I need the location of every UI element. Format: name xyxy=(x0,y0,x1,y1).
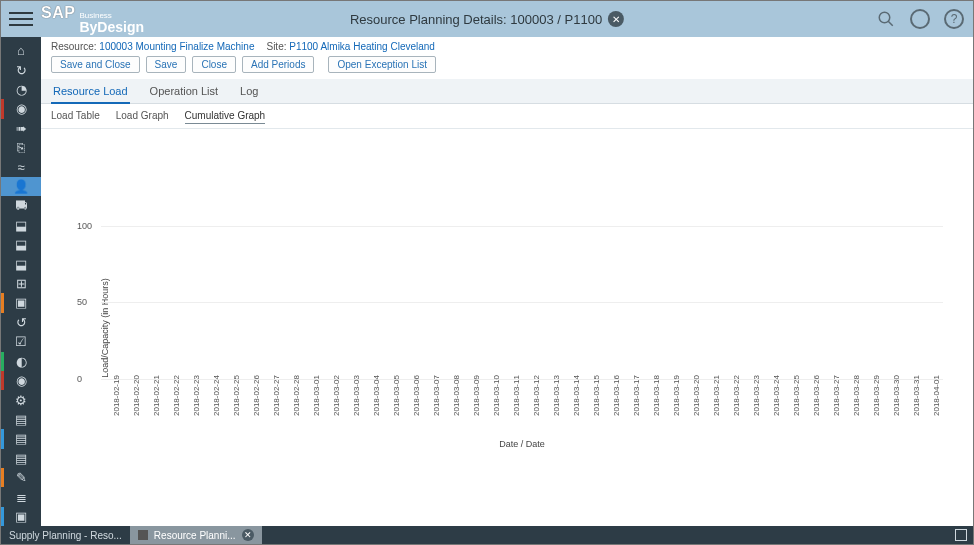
secondary-tabs: Load Table Load Graph Cumulative Graph xyxy=(41,104,973,129)
svg-line-1 xyxy=(888,21,893,26)
sidebar-item-8[interactable]: ⛟ xyxy=(1,196,41,215)
ytick: 100 xyxy=(77,221,92,231)
logo: SAP Business ByDesign xyxy=(41,4,144,34)
add-periods-button[interactable]: Add Periods xyxy=(242,56,314,73)
sidebar-item-4[interactable]: ➠ xyxy=(1,119,41,138)
ytick: 0 xyxy=(77,374,82,384)
sidebar-item-0[interactable]: ⌂ xyxy=(1,41,41,60)
tab-resource-load[interactable]: Resource Load xyxy=(51,79,130,104)
logo-brand: SAP xyxy=(41,4,75,22)
save-and-close-button[interactable]: Save and Close xyxy=(51,56,140,73)
sidebar-item-18[interactable]: ⚙ xyxy=(1,390,41,409)
tab-operation-list[interactable]: Operation List xyxy=(148,79,220,103)
save-button[interactable]: Save xyxy=(146,56,187,73)
subtab-cumulative-graph[interactable]: Cumulative Graph xyxy=(185,110,266,124)
close-button[interactable]: Close xyxy=(192,56,236,73)
chart-xaxis: 2018-02-192018-02-202018-02-212018-02-22… xyxy=(101,379,943,433)
sidebar-item-12[interactable]: ⊞ xyxy=(1,274,41,293)
help-icon[interactable]: ? xyxy=(943,8,965,30)
sidebar-item-23[interactable]: ≣ xyxy=(1,487,41,506)
ytick: 50 xyxy=(77,297,87,307)
page-title: Resource Planning Details: 100003 / P110… xyxy=(350,12,602,27)
sidebar-item-16[interactable]: ◐ xyxy=(1,352,41,371)
sidebar-item-1[interactable]: ↻ xyxy=(1,60,41,79)
sidebar-item-7[interactable]: 👤 xyxy=(1,177,41,196)
sidebar-item-17[interactable]: ◉ xyxy=(1,371,41,390)
sidebar-item-10[interactable]: ⬓ xyxy=(1,235,41,254)
statusbar-window-icon[interactable] xyxy=(955,529,967,541)
menu-icon[interactable] xyxy=(9,7,33,31)
sidebar-item-15[interactable]: ☑ xyxy=(1,332,41,351)
tab-log[interactable]: Log xyxy=(238,79,260,103)
open-exception-list-button[interactable]: Open Exception List xyxy=(328,56,436,73)
site-label: Site: xyxy=(266,41,286,52)
sidebar-item-20[interactable]: ▤ xyxy=(1,429,41,448)
primary-tabs: Resource Load Operation List Log xyxy=(41,79,973,104)
chart-plot: 050100 xyxy=(101,149,943,379)
sidebar-item-21[interactable]: ▤ xyxy=(1,449,41,468)
search-icon[interactable] xyxy=(875,8,897,30)
chart-area: Load/Capacity (in Hours) 050100 2018-02-… xyxy=(41,129,973,526)
sidebar-item-14[interactable]: ↺ xyxy=(1,313,41,332)
xtick: 2018-04-01 xyxy=(932,398,974,416)
sidebar-item-9[interactable]: ⬓ xyxy=(1,216,41,235)
subtab-load-graph[interactable]: Load Graph xyxy=(116,110,169,124)
sidebar-item-6[interactable]: ≈ xyxy=(1,157,41,176)
status-bar: Supply Planning - Reso... Resource Plann… xyxy=(1,526,973,544)
sidebar-item-3[interactable]: ◉ xyxy=(1,99,41,118)
user-avatar[interactable] xyxy=(909,8,931,30)
top-bar: SAP Business ByDesign Resource Planning … xyxy=(1,1,973,37)
statusbar-tab-2[interactable]: Resource Planni... ✕ xyxy=(130,526,262,544)
svg-point-0 xyxy=(879,12,890,23)
statusbar-tab-1[interactable]: Supply Planning - Reso... xyxy=(1,526,130,544)
sidebar-item-13[interactable]: ▣ xyxy=(1,293,41,312)
sidebar: ⌂↻◔◉➠⎘≈👤⛟⬓⬓⬓⊞▣↺☑◐◉⚙▤▤▤✎≣▣ xyxy=(1,37,41,526)
sidebar-item-22[interactable]: ✎ xyxy=(1,468,41,487)
subtab-load-table[interactable]: Load Table xyxy=(51,110,100,124)
sidebar-item-19[interactable]: ▤ xyxy=(1,410,41,429)
sidebar-item-2[interactable]: ◔ xyxy=(1,80,41,99)
logo-text: ByDesign xyxy=(79,20,144,34)
sidebar-item-11[interactable]: ⬓ xyxy=(1,254,41,273)
resource-label: Resource: xyxy=(51,41,97,52)
resource-link[interactable]: 100003 Mounting Finalize Machine xyxy=(99,41,254,52)
site-link[interactable]: P1100 Almika Heating Cleveland xyxy=(289,41,435,52)
sidebar-item-24[interactable]: ▣ xyxy=(1,507,41,526)
chart-xlabel: Date / Date xyxy=(101,439,943,449)
sidebar-item-5[interactable]: ⎘ xyxy=(1,138,41,157)
statusbar-close-icon[interactable]: ✕ xyxy=(242,529,254,541)
page-title-wrap: Resource Planning Details: 100003 / P110… xyxy=(350,11,624,27)
info-row: Resource: 100003 Mounting Finalize Machi… xyxy=(41,37,973,54)
close-page-icon[interactable]: ✕ xyxy=(608,11,624,27)
main-content: Resource: 100003 Mounting Finalize Machi… xyxy=(41,37,973,526)
action-buttons: Save and Close Save Close Add Periods Op… xyxy=(41,54,973,79)
